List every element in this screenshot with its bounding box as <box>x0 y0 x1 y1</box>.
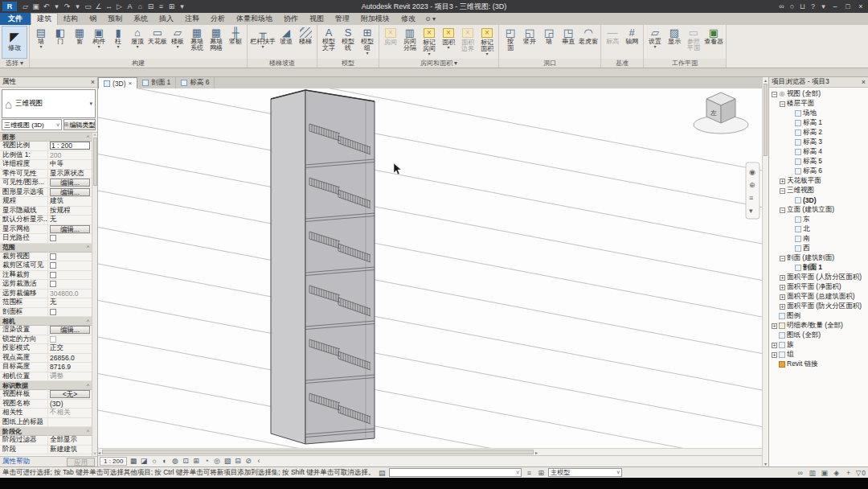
expander-icon[interactable]: − <box>780 208 785 213</box>
ribbon-button[interactable]: ▥房间 分隔 <box>400 26 420 59</box>
ribbon-button[interactable]: ⊞模型 组▾ <box>358 26 377 59</box>
property-value[interactable]: 中等 <box>48 159 92 169</box>
file-open-icon[interactable]: ▱ <box>20 1 31 12</box>
collapse-icon[interactable]: ^ <box>87 244 89 250</box>
vertical-scrollbar[interactable]: ▴ ▾ <box>762 77 768 466</box>
property-value[interactable]: 全部显示 <box>48 435 92 445</box>
minimize-button[interactable]: – <box>829 1 841 12</box>
show-crop-control[interactable]: ⊞ <box>190 457 201 466</box>
ribbon-tab-item[interactable]: 结构 <box>58 13 84 25</box>
ribbon-group-label[interactable]: 选择 ▾ <box>0 59 29 68</box>
expander-icon[interactable]: + <box>780 179 785 184</box>
3d-view-scene[interactable]: 左◉⊕≡▾ <box>98 88 762 448</box>
ribbon-button[interactable]: ▱设置▾ <box>645 26 665 59</box>
ribbon-tab-file[interactable]: 文件 <box>0 13 31 25</box>
ribbon-tab-item[interactable]: 附加模块 <box>355 13 395 25</box>
ribbon-button[interactable]: ◳垂直 <box>559 26 578 59</box>
type-selector[interactable]: ⌂ 三维视图 ▾ <box>2 89 96 118</box>
tree-item[interactable]: 标高 1 <box>769 118 868 128</box>
undo-icon[interactable]: ↶ <box>41 1 51 12</box>
workset-select[interactable]: ˅ <box>389 468 522 477</box>
expander-icon[interactable]: + <box>780 275 785 281</box>
ribbon-group-label[interactable]: 工作平面 <box>644 59 726 68</box>
help-dropdown-icon[interactable]: ▾ <box>818 1 829 12</box>
properties-scrollbar[interactable]: ˄ ˅ <box>92 133 97 456</box>
save-icon[interactable]: ▣ <box>31 1 41 12</box>
ribbon-button[interactable]: ▮柱▾ <box>108 26 128 59</box>
undo-dropdown-icon[interactable]: ▾ <box>51 1 62 12</box>
ribbon-button[interactable]: ▦幕墙 系统 <box>187 26 207 59</box>
ribbon-tab-item[interactable]: 协作 <box>278 13 304 25</box>
select-links-toggle[interactable]: ∞ <box>796 469 805 477</box>
horizontal-scrollbar[interactable]: ◂ ▸ <box>98 448 762 455</box>
measure-icon[interactable]: ∠ <box>93 1 104 12</box>
shadows-control[interactable]: ◐ <box>159 457 170 466</box>
redo-icon[interactable]: ↷ <box>62 1 72 12</box>
ribbon-button[interactable]: ╫竖梃 <box>226 26 245 59</box>
ribbon-button[interactable]: ▦幕墙 网格 <box>207 26 226 59</box>
property-value[interactable]: 按规程 <box>48 206 92 216</box>
expander-icon[interactable]: − <box>780 101 785 107</box>
ribbon-group-label[interactable]: 楼梯坡道 <box>248 59 317 68</box>
tag-icon[interactable]: ▷ <box>114 1 125 12</box>
text-icon[interactable]: A <box>125 1 135 12</box>
navbar-icon[interactable]: ≡ <box>749 194 753 202</box>
expander-icon[interactable]: + <box>780 294 785 300</box>
expander-icon[interactable]: + <box>780 304 785 310</box>
close-icon[interactable]: × <box>129 80 133 87</box>
property-input[interactable]: 1 : 200 <box>50 142 90 150</box>
restore-button[interactable]: □ <box>841 1 854 12</box>
revit-logo[interactable]: R <box>2 2 17 11</box>
thin-lines-icon[interactable]: ≡ <box>156 1 166 12</box>
ribbon-tab-item[interactable]: 系统 <box>128 13 154 25</box>
view-tab[interactable]: (3D)× <box>98 77 137 88</box>
scroll-down-icon[interactable]: ▾ <box>764 461 767 466</box>
ribbon-button[interactable]: ▭天花板 <box>147 26 168 59</box>
ribbon-button[interactable]: ◠老虎窗 <box>578 26 599 59</box>
tree-item[interactable]: +天花板平面 <box>769 176 868 186</box>
redo-dropdown-icon[interactable]: ▾ <box>72 1 83 12</box>
switch-windows-icon[interactable]: ⊞ <box>166 1 177 12</box>
drawing-canvas[interactable]: 左◉⊕≡▾ <box>98 88 762 448</box>
edit-button[interactable]: 编辑... <box>50 225 90 233</box>
property-value[interactable]: 26856.0 <box>48 354 92 362</box>
scroll-down-icon[interactable]: ˅ <box>93 451 96 456</box>
property-value[interactable]: (3D) <box>48 400 92 408</box>
ribbon-tab-item[interactable]: 视图 <box>304 13 330 25</box>
tree-item[interactable]: +面积平面 (净面积) <box>769 282 868 292</box>
scroll-left-icon[interactable]: ◂ <box>98 450 100 455</box>
expander-icon[interactable]: − <box>780 188 785 194</box>
view-tab[interactable]: 剖面 1 <box>137 77 176 88</box>
ribbon-group-label[interactable]: 模型 <box>317 59 379 68</box>
ribbon-button[interactable]: ▨显示 <box>665 26 684 59</box>
ribbon-tab-item[interactable]: 分析 <box>205 13 231 25</box>
tree-item[interactable]: −三维视图 <box>769 186 868 195</box>
active-design-option-select[interactable]: 主模型˅ <box>548 468 622 477</box>
checkbox[interactable] <box>50 253 56 260</box>
tree-item[interactable]: 标高 3 <box>769 138 868 147</box>
app-store-icon[interactable]: ⊔ <box>797 1 808 12</box>
ribbon-tab-item[interactable]: 预制 <box>102 13 128 25</box>
ribbon-tab-item[interactable]: 管理 <box>330 13 355 25</box>
property-value[interactable]: 无 <box>48 298 92 307</box>
displaced-elements-control[interactable]: ⊟ <box>232 457 243 466</box>
navbar-icon[interactable]: ◉ <box>749 168 755 176</box>
ribbon-button[interactable]: ▦窗 <box>70 26 89 59</box>
ribbon-button[interactable]: S模型 线 <box>338 26 358 59</box>
property-value[interactable]: 显示原状态 <box>48 169 92 179</box>
tree-item[interactable]: 场地 <box>769 109 868 118</box>
navbar-icon[interactable]: ⊕ <box>749 181 755 189</box>
collapse-icon[interactable]: ^ <box>87 318 89 324</box>
checkbox[interactable] <box>50 281 56 287</box>
tree-item[interactable]: (3D) <box>769 195 868 205</box>
editing-requests-icon[interactable]: ≡ <box>524 469 534 477</box>
ribbon-button[interactable]: ▣构件▾ <box>89 26 108 59</box>
property-value[interactable]: 正交 <box>48 343 92 353</box>
ribbon-button[interactable]: ◢坡道 <box>276 26 296 59</box>
section-icon[interactable]: ⊟ <box>145 1 156 12</box>
collapse-icon[interactable]: ^ <box>87 383 89 388</box>
tree-item[interactable]: +面积平面 (防火分区面积) <box>769 302 868 311</box>
ribbon-tab-item[interactable]: 修改 <box>395 13 421 25</box>
apply-button[interactable]: 应用 <box>67 458 95 466</box>
design-options-icon[interactable]: ⊞ <box>536 469 546 477</box>
